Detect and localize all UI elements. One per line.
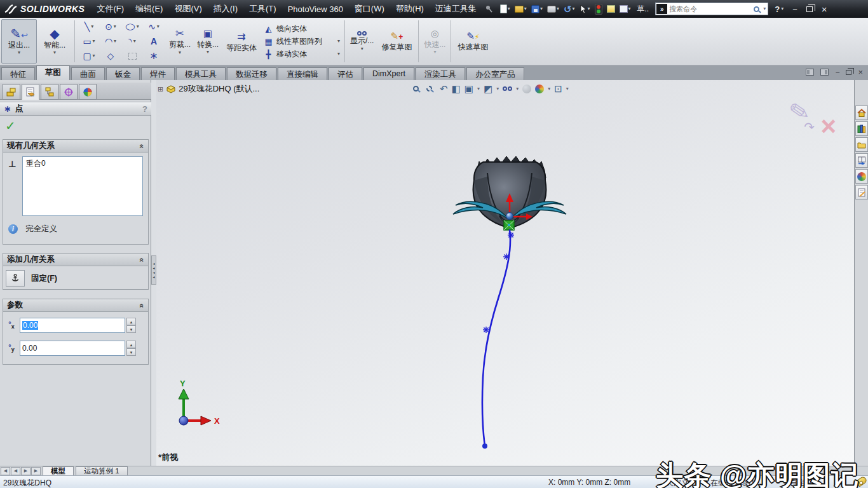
design-library-button[interactable] <box>855 121 868 136</box>
new-document-button[interactable]: ▾ <box>500 4 510 13</box>
offset-entities-button[interactable]: ⇉ 等距实体 <box>222 19 261 64</box>
search-input[interactable] <box>669 5 754 13</box>
collapse-chevron-icon[interactable]: « <box>138 303 147 308</box>
dropdown-arrow-icon[interactable]: ▾ <box>572 6 574 11</box>
tab-mold-tools[interactable]: 模具工具 <box>176 67 226 80</box>
home-button[interactable] <box>855 105 868 120</box>
dropdown-arrow-icon[interactable]: ▾ <box>157 24 159 29</box>
fillet-tool[interactable]: ◝▾ <box>121 34 143 49</box>
rectangle-tool[interactable]: ▭▾ <box>78 34 100 49</box>
repair-sketch-button[interactable]: ✎+ 修复草图 <box>377 19 416 64</box>
panel-help-icon[interactable]: ? <box>142 104 147 114</box>
dropdown-arrow-icon[interactable]: ▾ <box>524 6 527 11</box>
dropdown-arrow-icon[interactable]: ▾ <box>508 6 510 11</box>
custom-properties-button[interactable] <box>855 185 868 200</box>
search-icon[interactable] <box>754 6 759 12</box>
spline-endpoint[interactable] <box>482 444 487 449</box>
smart-dimension-button[interactable]: ◆ 智能... ▾ <box>37 19 72 64</box>
dropdown-arrow-icon[interactable]: ▾ <box>557 6 559 11</box>
dropdown-arrow-icon[interactable]: ▾ <box>114 39 116 44</box>
previous-document-icon[interactable] <box>806 69 814 76</box>
save-button[interactable]: ▾ <box>531 5 543 13</box>
help-button[interactable]: ? <box>775 4 780 14</box>
stem-spline[interactable] <box>482 230 510 446</box>
relations-listbox[interactable]: 重合0 <box>22 156 143 216</box>
collapse-chevron-icon[interactable]: « <box>138 257 147 262</box>
spline-point-icon[interactable] <box>508 232 514 238</box>
command-search-box[interactable]: » ▾ <box>655 3 768 15</box>
dropdown-arrow-icon[interactable]: ▾ <box>53 50 56 55</box>
view-palette-button[interactable] <box>855 153 868 168</box>
menu-file[interactable]: 文件(F) <box>91 3 130 15</box>
tab-evaluate[interactable]: 评估 <box>329 67 362 80</box>
menu-maidi-tools[interactable]: 迈迪工具集 <box>430 3 482 15</box>
dropdown-arrow-icon[interactable]: ▾ <box>781 6 783 11</box>
previous-tab-nav-button[interactable]: ◀ <box>11 467 20 475</box>
last-tab-nav-button[interactable]: ▶ <box>31 467 41 475</box>
tab-surfaces[interactable]: 曲面 <box>71 67 105 80</box>
origin-point[interactable] <box>506 213 513 220</box>
spline-tool[interactable]: ∿▾ <box>143 20 165 34</box>
options-button[interactable]: ▾ <box>620 5 631 13</box>
menu-edit[interactable]: 编辑(E) <box>130 3 168 15</box>
menu-photoview[interactable]: PhotoView 360 <box>282 4 349 14</box>
existing-relations-header[interactable]: 现有几何关系 « <box>3 140 148 152</box>
arc-tool[interactable]: ◠▾ <box>100 34 121 49</box>
parameters-header[interactable]: 参数 « <box>3 299 148 312</box>
linear-pattern-button[interactable]: ▦线性草图阵列▾ <box>264 36 340 47</box>
spin-down-icon[interactable]: ▾ <box>126 348 136 356</box>
dropdown-arrow-icon[interactable]: ▾ <box>137 24 139 29</box>
convert-entities-button[interactable]: ▣ 转换... ▾ <box>194 19 222 64</box>
dropdown-arrow-icon[interactable]: ▾ <box>361 46 363 51</box>
spin-up-icon[interactable]: ▴ <box>126 318 136 325</box>
dropdown-arrow-icon[interactable]: ▾ <box>763 6 766 11</box>
dropdown-arrow-icon[interactable]: ▾ <box>93 53 95 58</box>
dropdown-arrow-icon[interactable]: ▾ <box>18 50 20 55</box>
select-button[interactable]: ▾ <box>580 4 590 13</box>
line-tool[interactable]: ╲▾ <box>78 20 100 34</box>
y-coordinate-field[interactable]: 0.00 <box>20 341 125 356</box>
document-restore-button[interactable] <box>846 70 851 75</box>
open-document-button[interactable]: ▾ <box>515 6 527 13</box>
menu-tools[interactable]: 工具(T) <box>243 3 282 15</box>
motion-study-tab[interactable]: 运动算例 1 <box>76 466 128 475</box>
dropdown-arrow-icon[interactable]: ▾ <box>114 24 116 29</box>
tab-dimxpert-manager[interactable] <box>60 84 78 100</box>
comment-icon[interactable] <box>607 5 615 13</box>
dropdown-arrow-icon[interactable]: ▾ <box>628 6 631 11</box>
document-close-button[interactable]: × <box>858 68 863 76</box>
dropdown-arrow-icon[interactable]: ▾ <box>93 39 95 44</box>
minimize-button[interactable]: − <box>792 5 797 13</box>
tab-features[interactable]: 特征 <box>1 67 35 80</box>
add-relations-header[interactable]: 添加几何关系 « <box>3 254 148 266</box>
tab-data-migration[interactable]: 数据迁移 <box>227 67 276 80</box>
menu-window[interactable]: 窗口(W) <box>349 3 390 15</box>
print-button[interactable]: ▾ <box>547 6 559 13</box>
tab-render-tools[interactable]: 渲染工具 <box>416 67 465 80</box>
tab-direct-editing[interactable]: 直接编辑 <box>278 67 327 80</box>
circle-tool[interactable]: ⊙▾ <box>100 20 121 34</box>
move-entities-button[interactable]: ╋移动实体▾ <box>264 49 340 60</box>
tab-sheet-metal[interactable]: 钣金 <box>106 67 140 80</box>
dropdown-arrow-icon[interactable]: ▾ <box>337 51 340 57</box>
undo-button[interactable]: ↺▾ <box>564 4 575 14</box>
document-minimize-button[interactable]: − <box>835 69 839 76</box>
dropdown-arrow-icon[interactable]: ▾ <box>91 24 93 29</box>
ok-button[interactable]: ✓ <box>5 118 16 133</box>
text-tool[interactable]: A <box>143 34 165 49</box>
dropdown-arrow-icon[interactable]: ▾ <box>588 6 590 11</box>
display-delete-relations-button[interactable]: 显示/... ▾ <box>347 19 377 64</box>
model-tab[interactable]: 模型 <box>43 466 74 475</box>
spline-point-icon[interactable] <box>483 327 489 333</box>
graphics-area[interactable]: ⊞ 29玫瑰花DHQ (默认... ↶ ◧ ▣▾ ◩▾ ▾ ▾ ⊡▾ ✎ ↷ × <box>156 80 854 466</box>
menu-view[interactable]: 视图(V) <box>168 3 207 15</box>
tab-property-manager[interactable] <box>22 84 39 100</box>
pin-icon[interactable] <box>485 5 492 13</box>
panel-collapse-handle[interactable]: ◂◂◂◂ <box>151 255 156 285</box>
restore-button[interactable] <box>806 6 813 12</box>
trim-entities-button[interactable]: ✂ 剪裁... ▾ <box>166 19 194 64</box>
dropdown-arrow-icon[interactable]: ▾ <box>337 39 340 44</box>
dropdown-arrow-icon[interactable]: ▾ <box>207 50 209 55</box>
next-document-icon[interactable] <box>820 69 829 76</box>
toolbar-overflow-label[interactable]: 草.. <box>637 4 649 15</box>
